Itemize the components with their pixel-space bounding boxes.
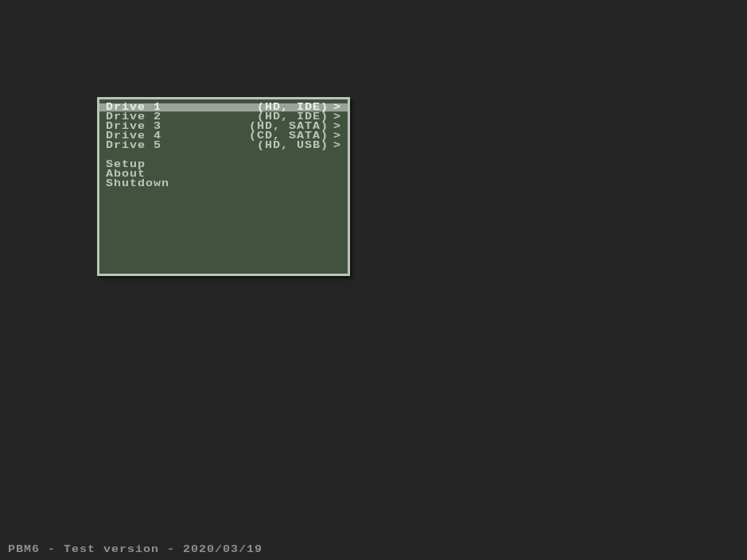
boot-menu-window: Drive 1 (HD, IDE) > Drive 2 (HD, IDE) > …: [97, 97, 350, 276]
menu-item-shutdown[interactable]: Shutdown: [99, 180, 348, 188]
action-label: Shutdown: [106, 180, 169, 188]
boot-menu-inner: Drive 1 (HD, IDE) > Drive 2 (HD, IDE) > …: [99, 99, 348, 193]
chevron-right-icon: >: [333, 142, 341, 150]
menu-item-drive-5[interactable]: Drive 5 (HD, USB) >: [99, 142, 348, 150]
status-bar: PBM6 - Test version - 2020/03/19: [8, 544, 263, 555]
drive-label: Drive 5: [106, 142, 161, 150]
drive-detail: (HD, USB): [257, 142, 329, 150]
